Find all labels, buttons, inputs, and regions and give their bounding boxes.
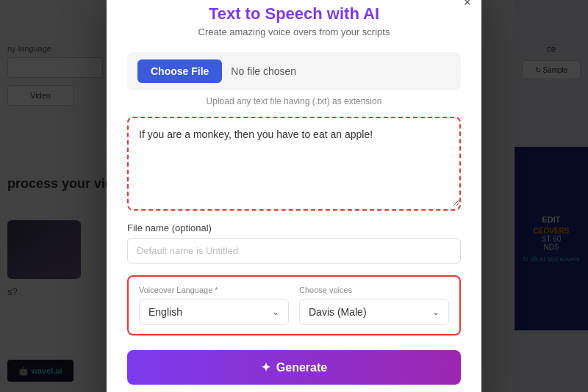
text-area-wrapper [127, 117, 461, 211]
choose-voices-field: Choose voices Davis (Male) ⌄ [299, 286, 449, 325]
modal-close-button[interactable]: × [463, 0, 471, 9]
no-file-text: No file chosen [231, 65, 296, 77]
generate-label: Generate [276, 361, 327, 374]
upload-hint: Upload any text file having (.txt) as ex… [127, 96, 461, 106]
choose-file-button[interactable]: Choose File [137, 59, 222, 83]
voiceover-language-label: Voiceover Language * [139, 286, 289, 294]
choose-voices-label: Choose voices [299, 286, 449, 294]
modal-backdrop: × Text to Speech with AI Create amazing … [0, 0, 588, 392]
modal-subtitle: Create amazing voice overs from your scr… [127, 26, 461, 37]
text-input-area[interactable] [129, 118, 459, 206]
voiceover-language-field: Voiceover Language * English ⌄ [139, 286, 289, 325]
generate-button[interactable]: ✦ Generate [127, 350, 461, 385]
voiceover-language-select[interactable]: English ⌄ [139, 299, 289, 325]
choose-voices-select[interactable]: Davis (Male) ⌄ [299, 299, 449, 325]
choose-voices-chevron-icon: ⌄ [432, 307, 440, 317]
choose-voices-value: Davis (Male) [309, 306, 367, 318]
modal-title: Text to Speech with AI [127, 4, 461, 23]
tts-modal: × Text to Speech with AI Create amazing … [107, 0, 481, 392]
file-name-label: File name (optional) [127, 222, 461, 233]
voice-settings-row: Voiceover Language * English ⌄ Choose vo… [127, 275, 461, 335]
voiceover-language-chevron-icon: ⌄ [272, 307, 279, 317]
sparkle-icon: ✦ [261, 360, 270, 374]
voiceover-language-value: English [148, 306, 182, 318]
file-upload-row: Choose File No file chosen [127, 52, 461, 90]
file-name-input[interactable] [127, 238, 461, 264]
